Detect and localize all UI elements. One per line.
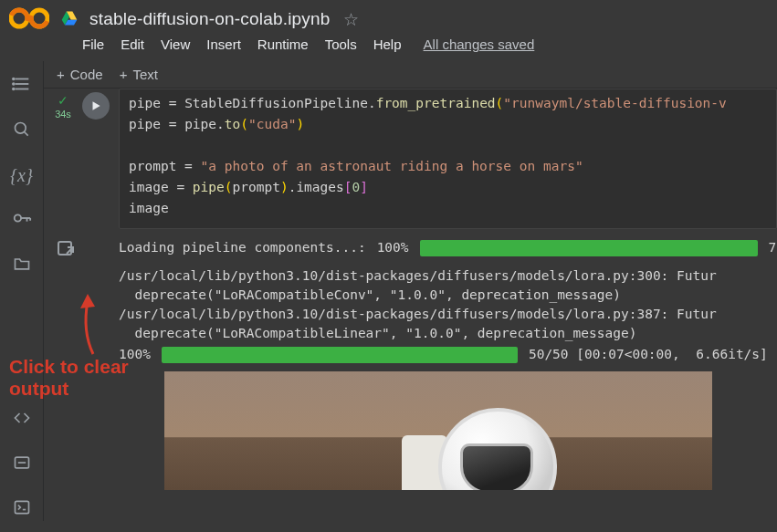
svg-point-12	[12, 89, 14, 90]
add-code-button[interactable]: + Code	[57, 67, 103, 82]
variables-icon[interactable]: {x}	[10, 165, 33, 186]
save-status[interactable]: All changes saved	[424, 37, 535, 52]
svg-marker-23	[93, 101, 100, 110]
terminal-icon[interactable]	[13, 498, 31, 521]
progress-inference-row: 100% 50/50 [00:07<00:00, 6.66it/s]	[119, 345, 777, 364]
add-text-button[interactable]: + Text	[120, 67, 158, 82]
drive-icon	[60, 9, 79, 30]
add-text-label: Text	[132, 67, 158, 82]
svg-line-14	[24, 132, 27, 136]
toc-icon[interactable]	[12, 74, 32, 99]
progress-step-info: 50/50 [00:07<00:00, 6.66it/s]	[529, 345, 768, 364]
warning-line-1b: deprecate("LoRACompatibleConv", "1.0.0",…	[119, 286, 777, 305]
warning-line-2: /usr/local/lib/python3.10/dist-packages/…	[119, 305, 777, 324]
document-title[interactable]: stable-diffusion-on-colab.ipynb	[89, 9, 331, 29]
run-button[interactable]	[82, 92, 110, 120]
progress-loading-row: Loading pipeline components...: 100% 7/7	[119, 238, 777, 257]
code-snippets-icon[interactable]	[13, 409, 31, 432]
folder-icon[interactable]	[13, 255, 31, 277]
progress-bar-1	[420, 240, 758, 256]
add-code-label: Code	[70, 67, 103, 82]
svg-point-13	[15, 123, 26, 134]
titlebar: stable-diffusion-on-colab.ipynb ☆	[0, 0, 777, 35]
star-icon[interactable]: ☆	[343, 9, 359, 30]
progress-bar-2	[162, 347, 518, 363]
menu-runtime[interactable]: Runtime	[257, 37, 309, 52]
menu-view[interactable]: View	[161, 37, 190, 52]
cell-gutter: ✓ 34s	[44, 89, 82, 229]
plus-icon: +	[57, 67, 65, 82]
svg-point-10	[12, 78, 14, 80]
search-icon[interactable]	[13, 120, 31, 143]
exec-time-label: 34s	[55, 109, 71, 120]
menu-help[interactable]: Help	[373, 37, 402, 52]
menu-file[interactable]: File	[82, 37, 104, 52]
cell-output: Loading pipeline components...: 100% 7/7…	[44, 238, 777, 490]
loading-label: Loading pipeline components...:	[119, 238, 366, 257]
progress-percent-2: 100%	[119, 345, 151, 364]
svg-point-11	[12, 83, 14, 85]
menubar: File Edit View Insert Runtime Tools Help…	[0, 35, 777, 61]
progress-fraction-1: 7/7	[769, 238, 777, 257]
command-palette-icon[interactable]	[13, 454, 31, 476]
clear-output-button[interactable]	[55, 238, 77, 263]
generated-image	[164, 371, 712, 490]
cell-toolbar: + Code + Text	[44, 61, 777, 89]
left-rail: {x}	[0, 61, 44, 521]
warning-line-2b: deprecate("LoRACompatibleLinear", "1.0.0…	[119, 324, 777, 343]
menu-edit[interactable]: Edit	[121, 37, 144, 52]
code-editor[interactable]: pipe = StableDiffusionPipeline.from_pret…	[119, 89, 777, 229]
check-icon: ✓	[58, 94, 68, 107]
code-cell[interactable]: ✓ 34s pipe = StableDiffusionPipeline.fro…	[44, 89, 777, 229]
warning-line-1: /usr/local/lib/python3.10/dist-packages/…	[119, 266, 777, 286]
menu-insert[interactable]: Insert	[206, 37, 241, 52]
menu-tools[interactable]: Tools	[325, 37, 357, 52]
svg-rect-21	[15, 501, 28, 513]
plus-icon: +	[120, 67, 128, 82]
secrets-icon[interactable]	[12, 208, 32, 233]
colab-logo-icon	[9, 5, 49, 34]
svg-point-15	[14, 214, 20, 221]
progress-percent-1: 100%	[377, 238, 409, 257]
